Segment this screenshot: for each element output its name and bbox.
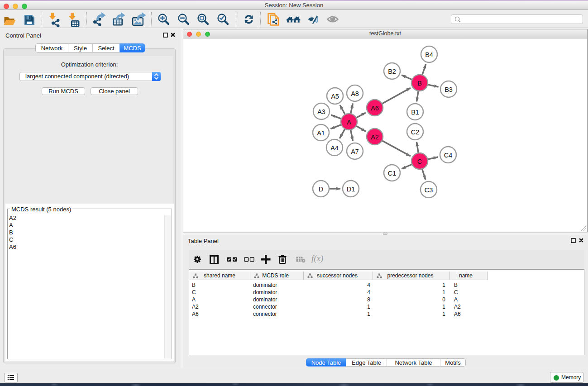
svg-text:A8: A8 [351,90,359,97]
svg-text:C2: C2 [411,129,420,136]
svg-text:D: D [319,186,323,193]
svg-text:C1: C1 [388,170,397,177]
svg-text:A2: A2 [371,133,379,141]
svg-text:A3: A3 [317,108,325,115]
svg-text:A4: A4 [330,144,339,152]
svg-text:D1: D1 [347,186,355,193]
svg-text:A7: A7 [351,148,359,155]
svg-text:B1: B1 [411,109,419,116]
svg-text:A: A [347,119,351,126]
svg-text:C: C [417,158,422,165]
svg-text:A1: A1 [317,129,325,137]
svg-text:f(x): f(x) [311,254,323,263]
svg-text:A5: A5 [331,93,339,100]
svg-text:C3: C3 [425,186,433,194]
svg-text:B2: B2 [388,68,396,75]
svg-text:B: B [417,80,422,87]
svg-text:A6: A6 [371,105,379,112]
svg-text:C4: C4 [444,152,453,159]
svg-text:B4: B4 [425,51,433,58]
svg-text:B3: B3 [445,86,453,93]
